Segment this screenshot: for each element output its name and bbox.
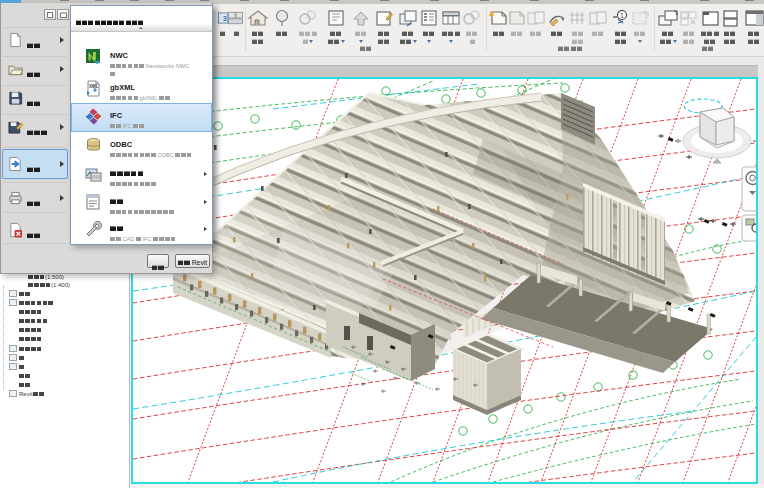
- svg-text:1: 1: [620, 12, 624, 19]
- svg-text:XML: XML: [89, 84, 99, 89]
